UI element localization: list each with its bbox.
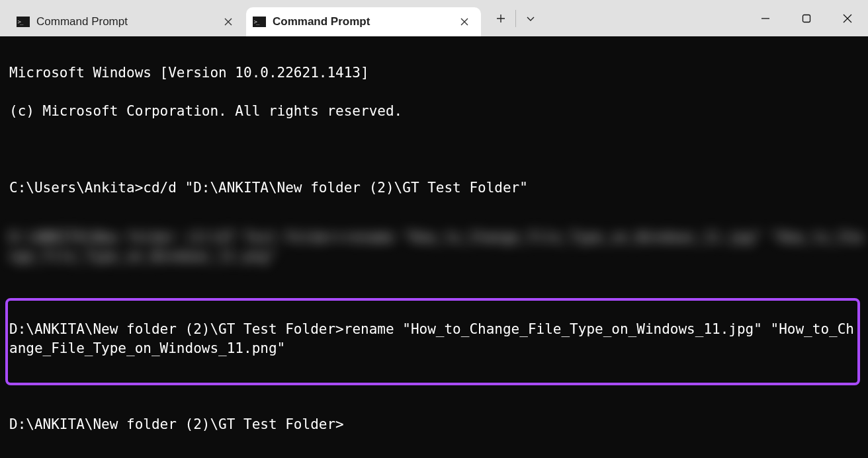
current-prompt: D:\ANKITA\New folder (2)\GT Test Folder> [9, 415, 867, 434]
tab-close-button[interactable] [456, 13, 473, 30]
tabs-area: Command Prompt Command Prompt [0, 0, 481, 36]
terminal[interactable]: Microsoft Windows [Version 10.0.22621.14… [0, 36, 868, 458]
blurred-content: D:\ANKITA\New folder (2)\GT Test Folder>… [0, 221, 867, 274]
tab-label: Command Prompt [36, 15, 213, 28]
close-icon [224, 18, 232, 26]
tab-close-button[interactable] [220, 13, 237, 30]
annotation-highlight: D:\ANKITA\New folder (2)\GT Test Folder>… [5, 298, 860, 385]
cmd-icon [253, 17, 266, 27]
tab-label: Command Prompt [273, 15, 449, 28]
tab-cmd-2-active[interactable]: Command Prompt [246, 7, 481, 36]
prompt: D:\ANKITA\New folder (2)\GT Test Folder> [9, 321, 344, 337]
copyright-line: (c) Microsoft Corporation. All rights re… [9, 102, 867, 121]
cmd-line-highlight: D:\ANKITA\New folder (2)\GT Test Folder>… [9, 320, 856, 358]
close-window-button[interactable] [827, 3, 868, 34]
minimize-button[interactable] [745, 3, 786, 34]
prompt: D:\ANKITA\New folder (2)\GT Test Folder> [9, 416, 344, 432]
window-controls [745, 0, 868, 36]
command-text: cd/d "D:\ANKITA\New folder (2)\GT Test F… [143, 180, 528, 196]
tab-actions [486, 0, 545, 36]
close-icon [460, 18, 468, 26]
chevron-down-icon [526, 14, 535, 23]
svg-rect-0 [803, 15, 810, 22]
maximize-button[interactable] [786, 3, 827, 34]
cmd-icon [17, 17, 30, 27]
prompt: C:\Users\Ankita> [9, 180, 143, 196]
close-icon [843, 14, 852, 23]
tab-cmd-1[interactable]: Command Prompt [10, 7, 245, 36]
blank-line [9, 140, 867, 159]
plus-icon [496, 14, 505, 23]
minimize-icon [761, 14, 770, 23]
cmd-line-1: C:\Users\Ankita>cd/d "D:\ANKITA\New fold… [9, 178, 867, 198]
titlebar: Command Prompt Command Prompt [0, 0, 868, 36]
tab-dropdown-button[interactable] [516, 4, 545, 33]
version-line: Microsoft Windows [Version 10.0.22621.14… [9, 63, 867, 83]
maximize-icon [802, 14, 811, 23]
new-tab-button[interactable] [486, 4, 515, 33]
